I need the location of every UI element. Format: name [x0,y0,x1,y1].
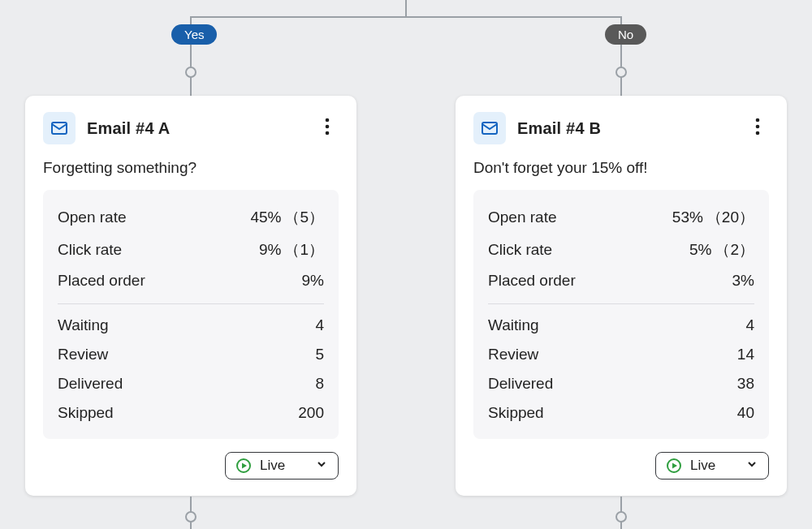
stat-value-pct: 53% [672,209,703,226]
email-card-a[interactable]: Email #4 A Forgetting something? Open ra… [25,96,356,496]
stat-review: Review 14 [488,340,754,369]
stat-label: Open rate [488,209,557,226]
stat-value-pct: 3% [732,272,754,290]
branch-node-left [185,67,197,78]
stat-waiting: Waiting 4 [58,311,324,340]
stat-value: 200 [298,404,324,422]
stat-label: Open rate [58,209,127,226]
svg-point-2 [326,125,330,129]
status-label: Live [690,458,737,474]
stat-click-rate: Click rate 9%（1） [58,234,324,266]
stat-label: Waiting [488,316,539,334]
stat-value-pct: 45% [250,209,281,226]
connector-horizontal [190,16,622,18]
svg-point-3 [326,131,330,135]
stat-waiting: Waiting 4 [488,311,754,340]
stat-skipped: Skipped 200 [58,398,324,428]
stat-review: Review 5 [58,340,324,369]
more-vertical-icon [325,118,330,139]
svg-point-6 [756,118,760,123]
stat-value: 40 [737,404,754,422]
stat-value: 38 [737,375,754,393]
email-card-b[interactable]: Email #4 B Don't forget your 15% off! Op… [456,96,787,496]
stat-open-rate: Open rate 45%（5） [58,201,324,234]
more-menu-button[interactable] [746,117,769,140]
status-dropdown[interactable]: Live [225,452,339,480]
stat-label: Placed order [58,272,145,290]
stat-delivered: Delivered 8 [58,369,324,398]
divider [58,303,324,304]
stat-placed-order: Placed order 3% [488,266,754,295]
stat-value: 5 [315,346,324,363]
stat-label: Skipped [58,404,114,422]
stat-value-count: （2） [711,241,754,258]
divider [488,303,754,304]
email-icon [473,112,506,144]
stat-placed-order: Placed order 9% [58,266,324,295]
stat-label: Review [58,346,108,363]
stat-value-count: （5） [281,209,324,226]
card-title: Email #4 A [87,119,304,138]
stat-value: 4 [315,316,324,334]
stats-panel: Open rate 45%（5） Click rate 9%（1） Placed… [43,190,339,439]
stat-label: Review [488,346,538,363]
card-header: Email #4 B [473,112,769,144]
stat-click-rate: Click rate 5%（2） [488,234,754,266]
stat-value: 8 [315,375,324,393]
email-icon [43,112,76,144]
more-vertical-icon [755,118,760,139]
stat-label: Delivered [488,375,553,393]
branch-node-left-bottom [185,511,197,523]
stat-label: Placed order [488,272,576,290]
chevron-down-icon [745,458,758,474]
stat-value-count: （20） [703,209,754,226]
svg-point-1 [326,118,330,123]
branch-node-right-bottom [615,511,627,523]
svg-point-7 [756,125,760,129]
stat-skipped: Skipped 40 [488,398,754,428]
email-subject: Don't forget your 15% off! [473,159,769,177]
play-circle-icon [235,458,252,474]
chevron-down-icon [315,458,328,474]
svg-point-8 [756,131,760,135]
stat-label: Delivered [58,375,123,393]
stat-value: 4 [745,316,754,334]
connector-vertical-top [405,0,407,16]
email-subject: Forgetting something? [43,159,339,177]
stat-label: Click rate [488,241,552,259]
status-label: Live [260,458,307,474]
stat-delivered: Delivered 38 [488,369,754,398]
stat-label: Skipped [488,404,544,422]
status-dropdown[interactable]: Live [655,452,769,480]
stat-value-pct: 9% [302,272,324,290]
stats-panel: Open rate 53%（20） Click rate 5%（2） Place… [473,190,769,439]
stat-value-count: （1） [281,241,324,258]
stat-value-pct: 9% [259,241,281,258]
stat-value: 14 [737,346,754,363]
branch-label-no: No [605,24,646,45]
card-title: Email #4 B [517,119,735,138]
stat-label: Click rate [58,241,122,259]
branch-label-yes: Yes [171,24,217,45]
branch-node-right [615,67,627,78]
card-header: Email #4 A [43,112,339,144]
play-circle-icon [666,458,682,474]
more-menu-button[interactable] [316,117,339,140]
stat-open-rate: Open rate 53%（20） [488,201,754,234]
stat-value-pct: 5% [689,241,711,258]
stat-label: Waiting [58,316,109,334]
